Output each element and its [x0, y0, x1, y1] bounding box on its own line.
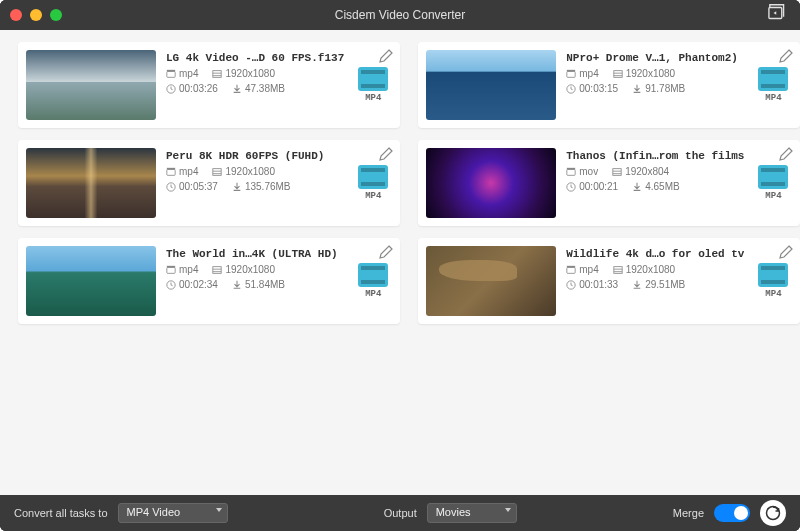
resolution-badge: 1920x804	[612, 166, 669, 177]
duration-badge: 00:03:15	[566, 83, 618, 94]
filesize-badge: 4.65MB	[632, 181, 679, 192]
output-folder-select[interactable]: Movies	[427, 503, 517, 523]
svg-rect-11	[213, 168, 221, 175]
video-title: Wildlife 4k d…o for oled tv	[566, 248, 744, 260]
format-select[interactable]: MP4 Video	[118, 503, 228, 523]
video-meta: Peru 8K HDR 60FPS (FUHD) mp4 1920x1080 0…	[166, 148, 344, 218]
bottom-toolbar: Convert all tasks to MP4 Video Output Mo…	[0, 495, 800, 531]
svg-rect-23	[614, 266, 622, 273]
fullscreen-icon[interactable]	[50, 9, 62, 21]
video-card[interactable]: Peru 8K HDR 60FPS (FUHD) mp4 1920x1080 0…	[18, 140, 400, 226]
resolution-badge: 1920x1080	[212, 264, 275, 275]
svg-rect-5	[567, 71, 575, 77]
video-list: LG 4k Video -…D 60 FPS.f137 mp4 1920x108…	[0, 30, 800, 495]
video-title: The World in…4K (ULTRA HD)	[166, 248, 344, 260]
format-badge: mp4	[566, 68, 598, 79]
minimize-icon[interactable]	[30, 9, 42, 21]
resolution-badge: 1920x1080	[212, 166, 275, 177]
svg-rect-7	[614, 70, 622, 77]
video-card[interactable]: Thanos (Infin…rom the films mov 1920x804…	[418, 140, 800, 226]
edit-button[interactable]	[378, 244, 394, 260]
edit-button[interactable]	[378, 146, 394, 162]
mp4-icon	[758, 165, 788, 189]
mp4-icon	[358, 165, 388, 189]
merge-label: Merge	[673, 507, 704, 519]
video-title: LG 4k Video -…D 60 FPS.f137	[166, 52, 344, 64]
app-window: Cisdem Video Converter LG 4k Video -…D 6…	[0, 0, 800, 531]
filesize-badge: 29.51MB	[632, 279, 685, 290]
video-card[interactable]: LG 4k Video -…D 60 FPS.f137 mp4 1920x108…	[18, 42, 400, 128]
video-thumbnail	[26, 246, 156, 316]
traffic-lights	[10, 9, 62, 21]
resolution-badge: 1920x1080	[212, 68, 275, 79]
svg-rect-6	[567, 69, 575, 71]
svg-rect-14	[567, 167, 575, 169]
duration-badge: 00:00:21	[566, 181, 618, 192]
mp4-icon	[758, 263, 788, 287]
duration-badge: 00:01:33	[566, 279, 618, 290]
resolution-badge: 1920x1080	[613, 264, 676, 275]
edit-button[interactable]	[778, 48, 794, 64]
video-title: NPro+ Drome V…1, Phantom2)	[566, 52, 744, 64]
filesize-badge: 47.38MB	[232, 83, 285, 94]
svg-rect-19	[213, 266, 221, 273]
video-thumbnail	[426, 50, 556, 120]
edit-button[interactable]	[778, 244, 794, 260]
video-thumbnail	[26, 50, 156, 120]
mp4-icon	[358, 263, 388, 287]
svg-rect-13	[567, 169, 575, 175]
video-title: Thanos (Infin…rom the films	[566, 150, 744, 162]
filesize-badge: 91.78MB	[632, 83, 685, 94]
mp4-icon	[758, 67, 788, 91]
svg-rect-21	[567, 267, 575, 273]
svg-rect-1	[167, 71, 175, 77]
video-thumbnail	[426, 246, 556, 316]
output-label: Output	[384, 507, 417, 519]
svg-rect-22	[567, 265, 575, 267]
resolution-badge: 1920x1080	[613, 68, 676, 79]
video-meta: LG 4k Video -…D 60 FPS.f137 mp4 1920x108…	[166, 50, 344, 120]
video-card[interactable]: The World in…4K (ULTRA HD) mp4 1920x1080…	[18, 238, 400, 324]
start-convert-button[interactable]	[760, 500, 786, 526]
video-thumbnail	[426, 148, 556, 218]
video-meta: The World in…4K (ULTRA HD) mp4 1920x1080…	[166, 246, 344, 316]
video-meta: Wildlife 4k d…o for oled tv mp4 1920x108…	[566, 246, 744, 316]
format-badge: mp4	[166, 166, 198, 177]
video-card[interactable]: Wildlife 4k d…o for oled tv mp4 1920x108…	[418, 238, 800, 324]
svg-rect-15	[613, 168, 621, 175]
video-meta: Thanos (Infin…rom the films mov 1920x804…	[566, 148, 744, 218]
video-meta: NPro+ Drome V…1, Phantom2) mp4 1920x1080…	[566, 50, 744, 120]
svg-rect-3	[213, 70, 221, 77]
edit-button[interactable]	[778, 146, 794, 162]
window-title: Cisdem Video Converter	[335, 8, 466, 22]
video-thumbnail	[26, 148, 156, 218]
svg-rect-18	[167, 265, 175, 267]
format-badge: mov	[566, 166, 598, 177]
format-badge: mp4	[166, 68, 198, 79]
svg-rect-17	[167, 267, 175, 273]
svg-rect-9	[167, 169, 175, 175]
format-badge: mp4	[166, 264, 198, 275]
filesize-badge: 51.84MB	[232, 279, 285, 290]
close-icon[interactable]	[10, 9, 22, 21]
media-library-button[interactable]	[768, 4, 790, 27]
video-card[interactable]: NPro+ Drome V…1, Phantom2) mp4 1920x1080…	[418, 42, 800, 128]
filesize-badge: 135.76MB	[232, 181, 291, 192]
format-badge: mp4	[566, 264, 598, 275]
mp4-icon	[358, 67, 388, 91]
duration-badge: 00:02:34	[166, 279, 218, 290]
edit-button[interactable]	[378, 48, 394, 64]
merge-toggle[interactable]	[714, 504, 750, 522]
convert-all-label: Convert all tasks to	[14, 507, 108, 519]
svg-rect-10	[167, 167, 175, 169]
svg-rect-2	[167, 69, 175, 71]
titlebar: Cisdem Video Converter	[0, 0, 800, 30]
video-title: Peru 8K HDR 60FPS (FUHD)	[166, 150, 344, 162]
duration-badge: 00:03:26	[166, 83, 218, 94]
duration-badge: 00:05:37	[166, 181, 218, 192]
